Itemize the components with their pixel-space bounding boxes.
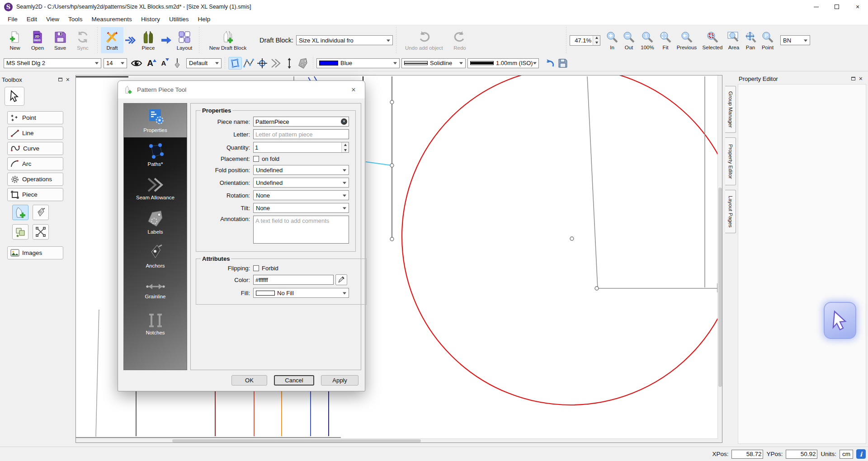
orientation-select[interactable]: Undefined (253, 178, 349, 188)
font-family-select[interactable]: MS Shell Dlg 2 (4, 58, 101, 68)
zoom-area-button[interactable]: Area (725, 27, 742, 53)
menu-help[interactable]: Help (193, 14, 215, 24)
quantity-up[interactable] (342, 142, 349, 147)
dock-close-icon[interactable]: × (66, 77, 70, 82)
piece-mode-button[interactable]: Piece (137, 27, 160, 53)
point-name-select[interactable]: BN (780, 35, 810, 45)
nav-grainline[interactable]: Grainline (124, 273, 187, 307)
font-size-select[interactable]: 14 (104, 58, 127, 68)
zoom-previous-button[interactable]: Previous (674, 27, 700, 53)
add-piece-button[interactable] (12, 205, 28, 220)
zoom-in-button[interactable]: In (604, 27, 620, 53)
canvas-vertical-scrollbar[interactable] (717, 75, 722, 442)
zoom-point-button[interactable]: P Point (759, 27, 777, 53)
info-icon[interactable]: i (856, 449, 866, 459)
apply-button[interactable]: Apply (321, 375, 359, 386)
pattern-rectangle[interactable] (587, 76, 718, 292)
menu-edit[interactable]: Edit (22, 14, 42, 24)
dock-close-icon[interactable]: × (859, 76, 863, 81)
toolbox-line-button[interactable]: Line (7, 127, 63, 140)
tab-layout-pages[interactable]: Layout Pages (725, 190, 736, 233)
draft-mode-button[interactable]: Draft (101, 27, 123, 53)
nav-paths[interactable]: Paths* (124, 137, 187, 171)
color-input[interactable] (253, 275, 334, 285)
zoom-fit-button[interactable]: Fit (657, 27, 674, 53)
pan-button[interactable]: Pan (742, 27, 759, 53)
dialog-titlebar[interactable]: Pattern Piece Tool × (118, 81, 365, 99)
toolbox-header[interactable]: Toolbox × (2, 75, 72, 85)
menu-measurements[interactable]: Measurements (87, 14, 137, 24)
line-color-select[interactable]: Blue (316, 58, 400, 68)
toolbox-piece-button[interactable]: Piece (7, 188, 63, 201)
tab-property-editor[interactable]: Property Editor (725, 137, 736, 185)
nav-seam-allowance[interactable]: Seam Allowance (124, 171, 187, 205)
font-increase-button[interactable]: A (143, 57, 157, 70)
dock-float-icon[interactable] (851, 77, 855, 80)
nav-notches[interactable]: Notches (124, 307, 187, 341)
save-button[interactable]: Save (49, 27, 71, 53)
rotation-select[interactable]: None (253, 190, 349, 200)
minimize-button[interactable] (806, 0, 826, 14)
quantity-stepper[interactable]: 1 (253, 142, 349, 153)
menu-utilities[interactable]: Utilities (165, 14, 193, 24)
notch-tool-button[interactable] (269, 57, 283, 70)
layout-mode-button[interactable]: Layout (173, 27, 196, 53)
toolbox-operations-button[interactable]: Operations (7, 173, 63, 186)
color-picker-button[interactable] (335, 274, 347, 285)
piece-path-tool-button[interactable] (228, 57, 242, 70)
canvas-horizontal-scrollbar[interactable] (76, 438, 718, 442)
letter-input[interactable] (253, 129, 349, 139)
export-pieces-button[interactable] (33, 224, 49, 240)
menu-tools[interactable]: Tools (64, 14, 87, 24)
internal-path-tool-button[interactable] (242, 57, 255, 70)
nav-properties[interactable]: Properties (124, 103, 187, 137)
pattern-circle[interactable] (402, 75, 718, 405)
fill-select[interactable]: No Fill (253, 288, 349, 298)
zoom-level-spinbox[interactable]: 47.1% (570, 35, 600, 46)
select-tool-button[interactable] (5, 87, 24, 106)
new-draft-block-button[interactable]: New Draft Block (203, 27, 253, 53)
toolbox-images-button[interactable]: Images (7, 246, 63, 259)
scrollbar-thumb[interactable] (172, 439, 421, 442)
cancel-button[interactable]: Cancel (274, 375, 314, 386)
toolbox-curve-button[interactable]: Curve (7, 142, 63, 155)
ok-button[interactable]: OK (231, 375, 267, 386)
on-fold-checkbox[interactable] (253, 156, 259, 162)
anchor-point-tool-button[interactable] (255, 57, 269, 70)
fold-position-select[interactable]: Undefined (253, 165, 349, 175)
redo-button[interactable]: Redo (448, 27, 471, 53)
font-decrease-button[interactable]: A (157, 57, 170, 70)
toolbox-point-button[interactable]: Point (7, 111, 63, 124)
new-button[interactable]: New (4, 27, 26, 53)
height-tool-button[interactable] (283, 57, 296, 70)
pattern-seam-lines[interactable] (136, 390, 329, 436)
piece-name-input[interactable] (253, 117, 349, 127)
toolbox-arc-button[interactable]: Arc (7, 157, 63, 170)
forbid-flipping-checkbox[interactable] (253, 265, 259, 271)
dock-float-icon[interactable] (58, 78, 62, 81)
save-attributes-button[interactable] (556, 57, 570, 70)
label-tool-button[interactable] (296, 57, 310, 70)
quantity-down[interactable] (342, 147, 349, 152)
title-bar[interactable]: S Seamly2D - C:/Users/hp/seamly2d/patter… (0, 0, 868, 14)
reset-attributes-button[interactable] (542, 57, 556, 70)
clear-field-icon[interactable]: × (341, 118, 347, 125)
draft-block-select[interactable]: Size XL individual fro (296, 35, 393, 45)
open-button[interactable]: 2DSM2D Open (26, 27, 49, 53)
zoom-100-button[interactable]: 1 100% (637, 27, 657, 53)
zoom-selected-button[interactable]: Selected (700, 27, 725, 53)
tab-group-manager[interactable]: Group Manager (725, 86, 736, 133)
zoom-out-button[interactable]: Out (620, 27, 637, 53)
line-width-select[interactable]: 1.00mm (ISO) (467, 58, 539, 68)
pattern-points[interactable] (390, 100, 599, 290)
menu-file[interactable]: File (3, 14, 22, 24)
maximize-button[interactable] (826, 0, 847, 14)
point-style-button[interactable] (170, 57, 184, 70)
sync-button[interactable]: Sync (71, 27, 94, 53)
style-select[interactable]: Default (186, 58, 222, 68)
anchor-pen-button[interactable] (33, 205, 49, 220)
undo-button[interactable]: Undo add object (400, 27, 448, 53)
close-button[interactable]: × (847, 0, 868, 14)
tilt-select[interactable]: None (253, 203, 349, 213)
toggle-labels-button[interactable] (130, 57, 143, 70)
